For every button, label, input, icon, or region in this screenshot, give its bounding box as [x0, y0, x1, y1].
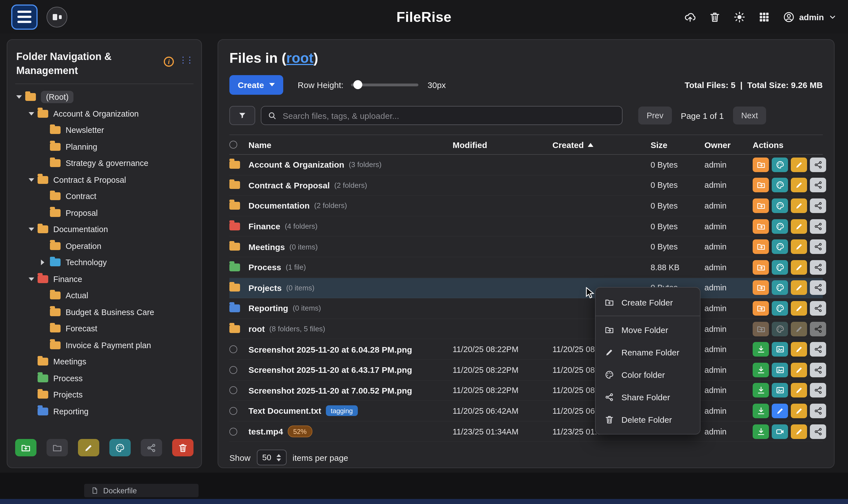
- rename-button[interactable]: [791, 260, 807, 275]
- share-button[interactable]: [810, 383, 826, 398]
- download-button[interactable]: [753, 362, 769, 377]
- tree-item[interactable]: Forecast: [15, 320, 194, 337]
- download-button[interactable]: [753, 404, 769, 418]
- rename-button[interactable]: [791, 383, 807, 398]
- caret-icon[interactable]: [41, 259, 50, 265]
- tree-item[interactable]: Invoice & Payment plan: [15, 337, 194, 354]
- share-button[interactable]: [810, 281, 826, 295]
- caret-icon[interactable]: [29, 277, 38, 281]
- share-button[interactable]: [810, 424, 826, 439]
- search-input[interactable]: [282, 110, 616, 121]
- caret-icon[interactable]: [29, 112, 38, 115]
- share-button[interactable]: [810, 260, 826, 275]
- move-folder-button[interactable]: [753, 239, 769, 254]
- share-button[interactable]: [810, 404, 826, 418]
- items-per-page-select[interactable]: 50: [257, 450, 286, 466]
- menu-color-folder[interactable]: Color folder: [596, 363, 700, 386]
- tree-item[interactable]: Process: [15, 370, 194, 386]
- rename-button[interactable]: [791, 219, 807, 234]
- color-folder-button[interactable]: [772, 322, 788, 336]
- rename-button[interactable]: [791, 198, 807, 213]
- file-name[interactable]: Screenshot 2025-11-20 at 6.04.28 PM.png: [248, 344, 412, 354]
- table-row[interactable]: Text Document.txt tagging 11/20/25 06:42…: [229, 401, 823, 421]
- tree-item[interactable]: (Root): [15, 89, 194, 105]
- download-button[interactable]: [753, 342, 769, 357]
- row-height-slider[interactable]: [351, 83, 419, 86]
- caret-icon[interactable]: [29, 178, 38, 181]
- move-folder-button[interactable]: [753, 158, 769, 172]
- share-button[interactable]: [810, 178, 826, 193]
- edit-button[interactable]: [772, 404, 788, 418]
- tree-item[interactable]: Operation: [15, 238, 194, 254]
- row-checkbox[interactable]: [229, 428, 237, 435]
- menu-move-folder[interactable]: Move Folder: [596, 319, 700, 341]
- file-name[interactable]: Finance: [248, 221, 280, 231]
- download-button[interactable]: [753, 424, 769, 439]
- delete-folder-button[interactable]: [172, 439, 194, 456]
- user-menu[interactable]: admin: [783, 11, 837, 23]
- caret-icon[interactable]: [29, 228, 38, 231]
- color-folder-button[interactable]: [772, 198, 788, 213]
- table-row[interactable]: Screenshot 2025-11-20 at 7.00.52 PM.png …: [229, 380, 823, 401]
- share-folder-button[interactable]: [141, 439, 162, 456]
- preview-button[interactable]: [772, 342, 788, 357]
- row-checkbox[interactable]: [229, 386, 237, 394]
- table-row[interactable]: Account & Organization (3 folders) 0 Byt…: [229, 155, 823, 175]
- share-button[interactable]: [810, 362, 826, 377]
- table-row[interactable]: test.mp4 52% 11/23/25 01:34AM 11/23/25 0…: [229, 421, 823, 442]
- tree-item[interactable]: Planning: [15, 139, 194, 155]
- filter-button[interactable]: [229, 106, 255, 125]
- color-folder-button[interactable]: [772, 178, 788, 193]
- move-folder-button[interactable]: [753, 260, 769, 275]
- rename-button[interactable]: [791, 301, 807, 316]
- row-checkbox[interactable]: [229, 366, 237, 374]
- rename-button[interactable]: [791, 239, 807, 254]
- file-name[interactable]: Documentation: [248, 201, 310, 211]
- prev-page-button[interactable]: Prev: [638, 107, 672, 124]
- rename-button[interactable]: [791, 404, 807, 418]
- file-name[interactable]: Meetings: [248, 242, 285, 251]
- tree-item[interactable]: Account & Organization: [15, 105, 194, 122]
- share-button[interactable]: [810, 239, 826, 254]
- menu-delete-folder[interactable]: Delete Folder: [596, 408, 700, 431]
- color-folder-button[interactable]: [109, 439, 131, 456]
- move-folder-button[interactable]: [753, 301, 769, 316]
- share-button[interactable]: [810, 158, 826, 172]
- table-row[interactable]: Reporting (0 items) admin: [229, 298, 823, 319]
- column-name[interactable]: Name: [248, 140, 453, 149]
- tree-item[interactable]: Reporting: [15, 403, 194, 420]
- table-row[interactable]: root (8 folders, 5 files) admin: [229, 319, 823, 340]
- rename-button[interactable]: [791, 178, 807, 193]
- table-row[interactable]: Contract & Proposal (2 folders) 0 Bytes …: [229, 175, 823, 196]
- file-name[interactable]: Screenshot 2025-11-20 at 7.00.52 PM.png: [248, 386, 412, 395]
- move-folder-button[interactable]: [753, 322, 769, 336]
- rename-button[interactable]: [791, 342, 807, 357]
- row-checkbox[interactable]: [229, 407, 237, 415]
- upload-button[interactable]: [684, 11, 696, 23]
- table-row[interactable]: Screenshot 2025-11-20 at 6.04.28 PM.png …: [229, 340, 823, 360]
- download-button[interactable]: [753, 383, 769, 398]
- preview-button[interactable]: [772, 362, 788, 377]
- tree-item[interactable]: Newsletter: [15, 122, 194, 139]
- tree-item[interactable]: Projects: [15, 386, 194, 403]
- move-folder-button[interactable]: [753, 178, 769, 193]
- table-row[interactable]: Screenshot 2025-11-20 at 6.43.17 PM.png …: [229, 360, 823, 380]
- color-folder-button[interactable]: [772, 260, 788, 275]
- trash-button[interactable]: [709, 11, 721, 23]
- rename-button[interactable]: [791, 424, 807, 439]
- move-folder-button[interactable]: [753, 219, 769, 234]
- rename-button[interactable]: [791, 158, 807, 172]
- column-created[interactable]: Created: [552, 140, 651, 149]
- file-name[interactable]: root: [248, 324, 265, 334]
- table-row[interactable]: Finance (4 folders) 0 Bytes admin: [229, 216, 823, 237]
- rename-button[interactable]: [791, 362, 807, 377]
- create-folder-button[interactable]: [15, 439, 36, 456]
- theme-toggle-button[interactable]: [734, 11, 745, 23]
- column-size[interactable]: Size: [651, 140, 704, 149]
- tree-item[interactable]: Actual: [15, 287, 194, 304]
- info-icon[interactable]: [164, 57, 174, 67]
- color-folder-button[interactable]: [772, 239, 788, 254]
- layout-toggle-button[interactable]: [47, 6, 67, 27]
- column-modified[interactable]: Modified: [453, 140, 552, 149]
- create-button[interactable]: Create: [229, 75, 283, 94]
